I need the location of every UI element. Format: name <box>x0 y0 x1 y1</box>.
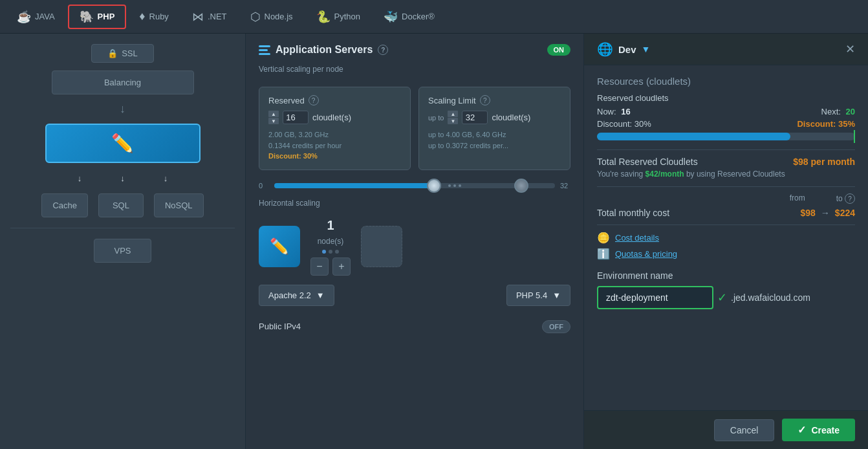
env-select[interactable]: 🌐 Dev ▼ <box>597 41 650 57</box>
create-button[interactable]: ✓ Create <box>782 419 855 441</box>
tab-bar: ☕ JAVA 🐘 PHP ♦ Ruby ⋈ .NET ⬡ Node.js 🐍 P… <box>0 0 868 34</box>
reserved-cloudlets-section: Reserved cloudlets Now: 16 Next: 20 Disc… <box>597 93 855 140</box>
discount-row: Discount: 30% Discount: 35% <box>597 119 855 129</box>
quotas-row[interactable]: ℹ️ Quotas & pricing <box>597 248 855 260</box>
reserved-box: Reserved ? ▲ ▼ cloudlet(s) 2.00 GB, 3.20… <box>259 87 411 170</box>
php-select[interactable]: PHP 5.4 ▼ <box>506 285 570 306</box>
reserved-down-btn[interactable]: ▼ <box>268 118 279 124</box>
tab-net-label: .NET <box>208 12 227 21</box>
sql-label: SQL <box>113 201 129 210</box>
scaling-boxes: Reserved ? ▲ ▼ cloudlet(s) 2.00 GB, 3.20… <box>259 87 570 170</box>
domain-suffix: .jed.wafaicloud.com <box>731 292 810 303</box>
slider-handle-left[interactable] <box>427 179 441 193</box>
slider-max: 32 <box>560 182 570 190</box>
env-name-row: ✓ .jed.wafaicloud.com <box>597 286 855 309</box>
tab-ruby-label: Ruby <box>149 12 169 21</box>
ipv4-label: Public IPv4 <box>259 322 301 331</box>
app-servers-title-group: Application Servers ? <box>259 44 388 56</box>
slider-handle-right[interactable] <box>514 179 528 193</box>
scaling-limit-help[interactable]: ? <box>480 95 490 105</box>
env-name-display: Dev <box>618 44 636 55</box>
tab-docker-label: Docker® <box>402 12 435 21</box>
to-label: to ? <box>836 193 855 204</box>
php-node-icon: ✏️ <box>111 133 134 154</box>
node-placeholder <box>361 226 402 267</box>
ssl-button[interactable]: 🔒 SSL <box>91 44 154 63</box>
reserved-input-row: ▲ ▼ cloudlet(s) <box>268 111 401 124</box>
total-reserved-price: $98 per month <box>793 157 855 167</box>
scaling-slider[interactable] <box>274 183 555 188</box>
cost-values: $98 → $224 <box>800 208 855 218</box>
to-help[interactable]: ? <box>845 193 855 204</box>
from-to-labels: from to ? <box>597 193 855 204</box>
from-label: from <box>790 193 805 204</box>
vps-button[interactable]: VPS <box>94 239 151 263</box>
php-node-button[interactable]: ✏️ <box>45 124 201 163</box>
tab-ruby[interactable]: ♦ Ruby <box>129 6 179 27</box>
scaling-limit-unit: cloudlet(s) <box>492 113 530 122</box>
php-dropdown-icon: ▼ <box>552 290 561 300</box>
cache-button[interactable]: Cache <box>41 193 88 217</box>
slider-dots <box>448 184 461 187</box>
php-icon: 🐘 <box>80 10 94 24</box>
node-minus-btn[interactable]: − <box>310 257 329 276</box>
scaling-label: Vertical scaling per node <box>259 65 570 74</box>
scaling-limit-input-row: up to ▲ ▼ cloudlet(s) <box>428 111 561 124</box>
reserved-help[interactable]: ? <box>309 95 319 105</box>
ruby-icon: ♦ <box>139 10 145 23</box>
scaling-limit-spinbox: ▲ ▼ <box>448 111 458 124</box>
ipv4-toggle[interactable]: OFF <box>542 320 570 333</box>
tab-nodejs-label: Node.js <box>265 12 293 21</box>
cloudlets-now-row: Now: 16 Next: 20 <box>597 107 855 116</box>
scaling-limit-info: up to 4.00 GB, 6.40 GHz up to 0.3072 cre… <box>428 129 561 151</box>
scaling-limit-box: Scaling Limit ? up to ▲ ▼ cloudlet(s) <box>418 87 570 170</box>
quotas-link[interactable]: Quotas & pricing <box>615 249 677 259</box>
docker-icon: 🐳 <box>384 10 398 24</box>
globe-icon: 🌐 <box>597 41 613 57</box>
toggle-on-switch[interactable]: ON <box>547 44 571 56</box>
total-cost-label: Total monthly cost <box>597 208 669 218</box>
net-icon: ⋈ <box>192 10 204 24</box>
three-arrows: ↓ ↓ ↓ <box>78 173 168 183</box>
tab-python[interactable]: 🐍 Python <box>306 6 371 28</box>
lines-icon <box>259 45 270 55</box>
node-plus-btn[interactable]: + <box>332 257 351 276</box>
reserved-spin-btns: ▲ ▼ <box>268 111 279 124</box>
tab-java[interactable]: ☕ JAVA <box>6 6 65 28</box>
tab-php[interactable]: 🐘 PHP <box>68 5 127 29</box>
reserved-input[interactable] <box>283 111 309 124</box>
coins-icon: 🪙 <box>597 232 610 244</box>
cancel-button[interactable]: Cancel <box>714 419 775 441</box>
total-cost-row: Total monthly cost $98 → $224 <box>597 208 855 218</box>
close-button[interactable]: ✕ <box>845 42 855 56</box>
server-select-row: Apache 2.2 ▼ PHP 5.4 ▼ <box>259 285 570 306</box>
divider-3 <box>597 224 855 225</box>
cost-details-link[interactable]: Cost details <box>615 233 659 243</box>
dot3 <box>335 250 339 254</box>
right-panel-header: 🌐 Dev ▼ ✕ <box>584 34 868 65</box>
cost-details-row[interactable]: 🪙 Cost details <box>597 232 855 244</box>
tab-net[interactable]: ⋈ .NET <box>182 6 237 28</box>
app-servers-help[interactable]: ? <box>378 45 388 55</box>
vps-label: VPS <box>114 246 131 256</box>
reserved-up-btn[interactable]: ▲ <box>268 111 279 117</box>
down-arrow: ↓ <box>120 102 125 116</box>
nosql-button[interactable]: NoSQL <box>154 193 204 217</box>
node-icon-php[interactable]: ✏️ <box>259 226 300 267</box>
reserved-title: Reserved ? <box>268 95 401 105</box>
reserved-discount: Discount: 30% <box>268 151 401 162</box>
env-name-section-label: Environment name <box>597 270 855 281</box>
scaling-limit-input[interactable] <box>462 111 488 124</box>
tab-nodejs[interactable]: ⬡ Node.js <box>240 6 303 28</box>
apache-select[interactable]: Apache 2.2 ▼ <box>259 285 334 306</box>
env-name-input[interactable] <box>597 286 713 309</box>
tab-docker[interactable]: 🐳 Docker® <box>373 6 445 28</box>
total-reserved-label: Total Reserved Cloudlets <box>597 157 698 167</box>
balancing-button[interactable]: Balancing <box>52 71 194 94</box>
php-version-label: PHP 5.4 <box>516 290 547 300</box>
middle-panel: Application Servers ? ON Vertical scalin… <box>246 34 583 449</box>
sql-button[interactable]: SQL <box>98 193 144 217</box>
horiz-section: Horizontal scaling ✏️ 1 node(s) − + <box>259 199 570 276</box>
scaling-limit-up-btn[interactable]: ▲ <box>448 111 458 117</box>
scaling-limit-down-btn[interactable]: ▼ <box>448 118 458 124</box>
